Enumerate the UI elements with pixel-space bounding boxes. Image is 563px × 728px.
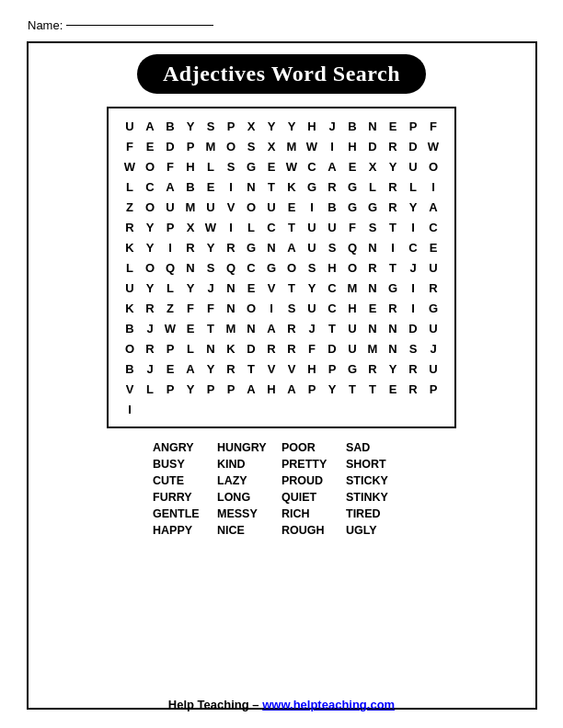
- grid-cell: U: [160, 197, 180, 217]
- grid-cell: O: [282, 257, 302, 278]
- grid-cell: F: [302, 338, 322, 358]
- grid-cell: P: [160, 379, 180, 399]
- grid-cell: U: [342, 338, 362, 358]
- grid-cell: J: [201, 278, 221, 298]
- grid-cell: X: [180, 217, 201, 237]
- word-item: PRETTY: [282, 458, 346, 471]
- grid-cell: K: [120, 298, 140, 318]
- grid-cell: G: [241, 156, 261, 176]
- grid-cell: R: [383, 176, 403, 197]
- grid-cell: H: [342, 298, 362, 318]
- grid-cell: Y: [383, 156, 403, 176]
- grid-cell: A: [261, 318, 282, 338]
- grid-cell: M: [201, 136, 221, 156]
- grid-cell: O: [423, 156, 443, 176]
- grid-cell: A: [241, 379, 261, 399]
- grid-cell: A: [140, 116, 160, 136]
- grid-cell: T: [322, 318, 342, 338]
- grid-cell: L: [120, 176, 140, 197]
- grid-cell: W: [120, 156, 140, 176]
- grid-cell: I: [221, 176, 241, 197]
- word-item: FURRY: [153, 491, 217, 504]
- grid-cell: G: [342, 197, 362, 217]
- grid-cell: D: [322, 338, 342, 358]
- grid-cell: Y: [140, 237, 160, 257]
- grid-cell: I: [403, 217, 423, 237]
- grid-cell: O: [140, 156, 160, 176]
- grid-cell: E: [140, 136, 160, 156]
- grid-cell: O: [140, 257, 160, 278]
- grid-cell: C: [322, 298, 342, 318]
- grid-cell: W: [201, 217, 221, 237]
- word-item: HAPPY: [153, 524, 217, 537]
- footer-text: Help Teaching –: [168, 698, 262, 711]
- grid-cell: N: [201, 338, 221, 358]
- title-box: Adjectives Word Search: [137, 54, 426, 94]
- word-item: STICKY: [346, 474, 410, 487]
- grid-cell: E: [342, 156, 362, 176]
- grid-cell: P: [423, 379, 443, 399]
- grid-cell: O: [342, 257, 362, 278]
- footer: Help Teaching – www.helpteaching.com: [0, 698, 563, 711]
- footer-link[interactable]: www.helpteaching.com: [262, 698, 395, 711]
- grid-cell: L: [201, 156, 221, 176]
- grid-cell: A: [160, 176, 180, 197]
- grid-cell: B: [342, 116, 362, 136]
- grid-cell: R: [403, 358, 423, 379]
- grid-cell: F: [201, 298, 221, 318]
- grid-cell: J: [140, 318, 160, 338]
- grid-cell: W: [282, 156, 302, 176]
- grid-cell: D: [241, 338, 261, 358]
- grid-cell: N: [180, 257, 201, 278]
- grid-cell: Q: [342, 237, 362, 257]
- grid-cell: K: [282, 176, 302, 197]
- grid-cell: S: [403, 338, 423, 358]
- grid-cell: Y: [261, 116, 282, 136]
- grid-cell: S: [221, 156, 241, 176]
- grid-cell: E: [362, 298, 383, 318]
- grid-cell: Z: [120, 197, 140, 217]
- grid-cell: V: [261, 358, 282, 379]
- grid-cell: C: [302, 156, 322, 176]
- grid-cell: Y: [201, 358, 221, 379]
- grid-cell: N: [221, 278, 241, 298]
- grid-cell: U: [120, 116, 140, 136]
- grid-cell: N: [362, 318, 383, 338]
- grid-cell: U: [302, 237, 322, 257]
- grid-cell: S: [201, 257, 221, 278]
- grid-cell: T: [362, 379, 383, 399]
- grid-cell: U: [403, 156, 423, 176]
- grid-cell: S: [362, 217, 383, 237]
- grid-cell: T: [383, 217, 403, 237]
- grid-cell: C: [241, 257, 261, 278]
- grid-cell: H: [180, 156, 201, 176]
- grid-cell: Z: [160, 298, 180, 318]
- word-item: SAD: [346, 441, 410, 454]
- grid-cell: N: [362, 278, 383, 298]
- grid-cell: R: [322, 176, 342, 197]
- grid-cell: U: [342, 318, 362, 338]
- grid-cell: G: [362, 197, 383, 217]
- grid-cell: T: [201, 318, 221, 338]
- word-item: ANGRY: [153, 441, 217, 454]
- grid-cell: A: [423, 197, 443, 217]
- grid-cell: R: [221, 358, 241, 379]
- grid-cell: Y: [282, 116, 302, 136]
- grid-cell: I: [322, 136, 342, 156]
- grid-cell: N: [383, 338, 403, 358]
- title: Adjectives Word Search: [163, 62, 400, 85]
- grid-cell: C: [423, 217, 443, 237]
- grid-cell: L: [160, 278, 180, 298]
- grid-cell: F: [423, 116, 443, 136]
- grid-cell: C: [403, 237, 423, 257]
- grid-cell: Q: [160, 257, 180, 278]
- grid-cell: F: [120, 136, 140, 156]
- grid-cell: V: [221, 197, 241, 217]
- grid-cell: N: [221, 298, 241, 318]
- grid-cell: C: [322, 278, 342, 298]
- grid-cell: B: [120, 318, 140, 338]
- grid-cell: J: [140, 358, 160, 379]
- word-item: PROUD: [282, 474, 346, 487]
- grid-cell: U: [322, 217, 342, 237]
- grid-cell: O: [221, 136, 241, 156]
